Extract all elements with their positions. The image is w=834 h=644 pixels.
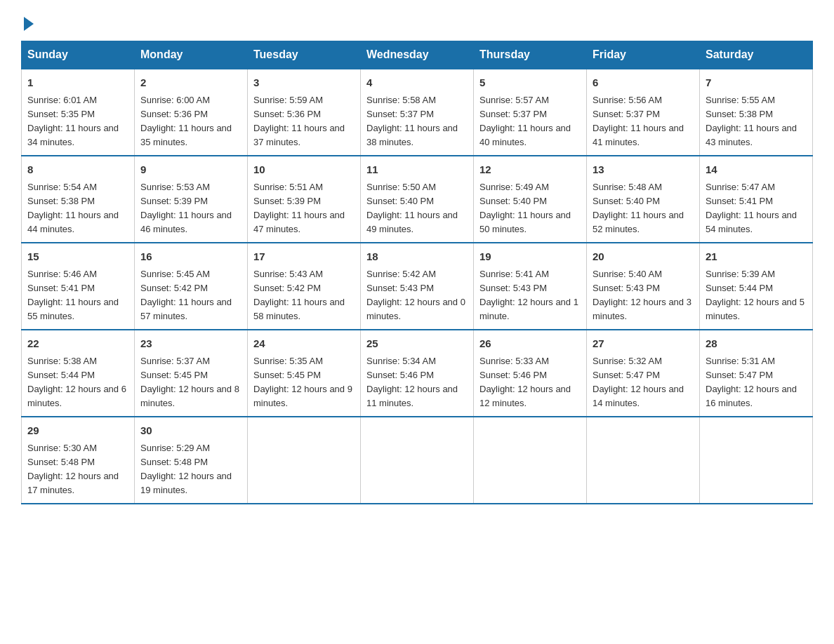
day-info: Sunrise: 5:51 AMSunset: 5:39 PMDaylight:… bbox=[253, 182, 345, 234]
calendar-cell: 8Sunrise: 5:54 AMSunset: 5:38 PMDaylight… bbox=[22, 156, 135, 243]
day-info: Sunrise: 5:50 AMSunset: 5:40 PMDaylight:… bbox=[366, 182, 458, 234]
day-info: Sunrise: 5:47 AMSunset: 5:41 PMDaylight:… bbox=[706, 182, 797, 234]
calendar-cell: 9Sunrise: 5:53 AMSunset: 5:39 PMDaylight… bbox=[135, 156, 248, 243]
day-info: Sunrise: 5:40 AMSunset: 5:43 PMDaylight:… bbox=[593, 269, 691, 321]
day-number: 28 bbox=[706, 336, 807, 352]
calendar-cell: 18Sunrise: 5:42 AMSunset: 5:43 PMDayligh… bbox=[361, 243, 474, 330]
day-info: Sunrise: 5:35 AMSunset: 5:45 PMDaylight:… bbox=[253, 356, 352, 408]
day-number: 17 bbox=[253, 249, 355, 265]
week-row-3: 15Sunrise: 5:46 AMSunset: 5:41 PMDayligh… bbox=[22, 243, 813, 330]
calendar-cell: 1Sunrise: 6:01 AMSunset: 5:35 PMDaylight… bbox=[22, 69, 135, 156]
day-number: 22 bbox=[27, 336, 128, 352]
day-info: Sunrise: 5:46 AMSunset: 5:41 PMDaylight:… bbox=[27, 269, 119, 321]
day-number: 26 bbox=[479, 336, 581, 352]
calendar-header: Sunday Monday Tuesday Wednesday Thursday… bbox=[22, 41, 813, 69]
day-info: Sunrise: 5:45 AMSunset: 5:42 PMDaylight:… bbox=[140, 269, 232, 321]
day-number: 2 bbox=[140, 75, 241, 91]
day-info: Sunrise: 5:54 AMSunset: 5:38 PMDaylight:… bbox=[27, 182, 119, 234]
calendar-cell: 22Sunrise: 5:38 AMSunset: 5:44 PMDayligh… bbox=[22, 330, 135, 417]
day-info: Sunrise: 5:34 AMSunset: 5:46 PMDaylight:… bbox=[366, 356, 458, 408]
day-info: Sunrise: 5:37 AMSunset: 5:45 PMDaylight:… bbox=[140, 356, 239, 408]
day-number: 29 bbox=[27, 423, 128, 439]
day-info: Sunrise: 5:56 AMSunset: 5:37 PMDaylight:… bbox=[593, 95, 684, 147]
day-number: 5 bbox=[479, 75, 581, 91]
calendar-cell bbox=[587, 417, 700, 504]
week-row-4: 22Sunrise: 5:38 AMSunset: 5:44 PMDayligh… bbox=[22, 330, 813, 417]
day-number: 16 bbox=[140, 249, 241, 265]
calendar-body: 1Sunrise: 6:01 AMSunset: 5:35 PMDaylight… bbox=[22, 69, 813, 504]
day-info: Sunrise: 5:41 AMSunset: 5:43 PMDaylight:… bbox=[479, 269, 578, 321]
day-info: Sunrise: 5:42 AMSunset: 5:43 PMDaylight:… bbox=[366, 269, 465, 321]
day-info: Sunrise: 5:43 AMSunset: 5:42 PMDaylight:… bbox=[253, 269, 345, 321]
day-number: 18 bbox=[366, 249, 468, 265]
week-row-2: 8Sunrise: 5:54 AMSunset: 5:38 PMDaylight… bbox=[22, 156, 813, 243]
day-number: 19 bbox=[479, 249, 581, 265]
calendar-cell: 10Sunrise: 5:51 AMSunset: 5:39 PMDayligh… bbox=[248, 156, 361, 243]
day-info: Sunrise: 5:29 AMSunset: 5:48 PMDaylight:… bbox=[140, 443, 232, 495]
calendar-cell bbox=[700, 417, 813, 504]
calendar-cell: 24Sunrise: 5:35 AMSunset: 5:45 PMDayligh… bbox=[248, 330, 361, 417]
calendar-cell bbox=[474, 417, 587, 504]
day-info: Sunrise: 5:48 AMSunset: 5:40 PMDaylight:… bbox=[593, 182, 684, 234]
col-thursday: Thursday bbox=[474, 41, 587, 69]
day-info: Sunrise: 5:38 AMSunset: 5:44 PMDaylight:… bbox=[27, 356, 126, 408]
calendar-cell: 6Sunrise: 5:56 AMSunset: 5:37 PMDaylight… bbox=[587, 69, 700, 156]
week-row-5: 29Sunrise: 5:30 AMSunset: 5:48 PMDayligh… bbox=[22, 417, 813, 504]
col-saturday: Saturday bbox=[700, 41, 813, 69]
day-number: 21 bbox=[706, 249, 807, 265]
calendar-table: Sunday Monday Tuesday Wednesday Thursday… bbox=[21, 41, 813, 504]
page-header bbox=[21, 14, 813, 28]
calendar-cell: 26Sunrise: 5:33 AMSunset: 5:46 PMDayligh… bbox=[474, 330, 587, 417]
col-wednesday: Wednesday bbox=[361, 41, 474, 69]
calendar-cell: 4Sunrise: 5:58 AMSunset: 5:37 PMDaylight… bbox=[361, 69, 474, 156]
day-number: 20 bbox=[593, 249, 694, 265]
calendar-cell: 14Sunrise: 5:47 AMSunset: 5:41 PMDayligh… bbox=[700, 156, 813, 243]
day-info: Sunrise: 6:01 AMSunset: 5:35 PMDaylight:… bbox=[27, 95, 119, 147]
day-number: 6 bbox=[593, 75, 694, 91]
day-number: 1 bbox=[27, 75, 128, 91]
calendar-cell: 23Sunrise: 5:37 AMSunset: 5:45 PMDayligh… bbox=[135, 330, 248, 417]
calendar-cell bbox=[361, 417, 474, 504]
col-tuesday: Tuesday bbox=[248, 41, 361, 69]
calendar-cell: 3Sunrise: 5:59 AMSunset: 5:36 PMDaylight… bbox=[248, 69, 361, 156]
col-sunday: Sunday bbox=[22, 41, 135, 69]
day-info: Sunrise: 5:32 AMSunset: 5:47 PMDaylight:… bbox=[593, 356, 684, 408]
day-number: 10 bbox=[253, 162, 355, 178]
calendar-cell: 12Sunrise: 5:49 AMSunset: 5:40 PMDayligh… bbox=[474, 156, 587, 243]
day-info: Sunrise: 5:55 AMSunset: 5:38 PMDaylight:… bbox=[706, 95, 797, 147]
day-info: Sunrise: 5:31 AMSunset: 5:47 PMDaylight:… bbox=[706, 356, 797, 408]
day-number: 24 bbox=[253, 336, 355, 352]
day-info: Sunrise: 5:33 AMSunset: 5:46 PMDaylight:… bbox=[479, 356, 571, 408]
calendar-cell: 27Sunrise: 5:32 AMSunset: 5:47 PMDayligh… bbox=[587, 330, 700, 417]
calendar-cell: 13Sunrise: 5:48 AMSunset: 5:40 PMDayligh… bbox=[587, 156, 700, 243]
calendar-cell: 25Sunrise: 5:34 AMSunset: 5:46 PMDayligh… bbox=[361, 330, 474, 417]
calendar-cell: 15Sunrise: 5:46 AMSunset: 5:41 PMDayligh… bbox=[22, 243, 135, 330]
col-friday: Friday bbox=[587, 41, 700, 69]
day-number: 11 bbox=[366, 162, 468, 178]
day-number: 4 bbox=[366, 75, 468, 91]
day-number: 8 bbox=[27, 162, 128, 178]
calendar-cell: 17Sunrise: 5:43 AMSunset: 5:42 PMDayligh… bbox=[248, 243, 361, 330]
calendar-cell: 30Sunrise: 5:29 AMSunset: 5:48 PMDayligh… bbox=[135, 417, 248, 504]
day-number: 9 bbox=[140, 162, 241, 178]
logo bbox=[21, 14, 34, 28]
day-number: 7 bbox=[706, 75, 807, 91]
calendar-cell: 19Sunrise: 5:41 AMSunset: 5:43 PMDayligh… bbox=[474, 243, 587, 330]
day-info: Sunrise: 5:53 AMSunset: 5:39 PMDaylight:… bbox=[140, 182, 232, 234]
calendar-cell: 21Sunrise: 5:39 AMSunset: 5:44 PMDayligh… bbox=[700, 243, 813, 330]
day-info: Sunrise: 5:39 AMSunset: 5:44 PMDaylight:… bbox=[706, 269, 805, 321]
day-number: 15 bbox=[27, 249, 128, 265]
calendar-cell: 7Sunrise: 5:55 AMSunset: 5:38 PMDaylight… bbox=[700, 69, 813, 156]
day-info: Sunrise: 5:57 AMSunset: 5:37 PMDaylight:… bbox=[479, 95, 571, 147]
day-number: 27 bbox=[593, 336, 694, 352]
day-info: Sunrise: 5:49 AMSunset: 5:40 PMDaylight:… bbox=[479, 182, 571, 234]
day-number: 23 bbox=[140, 336, 241, 352]
day-number: 30 bbox=[140, 423, 241, 439]
header-row: Sunday Monday Tuesday Wednesday Thursday… bbox=[22, 41, 813, 69]
calendar-cell: 29Sunrise: 5:30 AMSunset: 5:48 PMDayligh… bbox=[22, 417, 135, 504]
week-row-1: 1Sunrise: 6:01 AMSunset: 5:35 PMDaylight… bbox=[22, 69, 813, 156]
calendar-cell: 28Sunrise: 5:31 AMSunset: 5:47 PMDayligh… bbox=[700, 330, 813, 417]
col-monday: Monday bbox=[135, 41, 248, 69]
calendar-cell bbox=[248, 417, 361, 504]
calendar-cell: 20Sunrise: 5:40 AMSunset: 5:43 PMDayligh… bbox=[587, 243, 700, 330]
